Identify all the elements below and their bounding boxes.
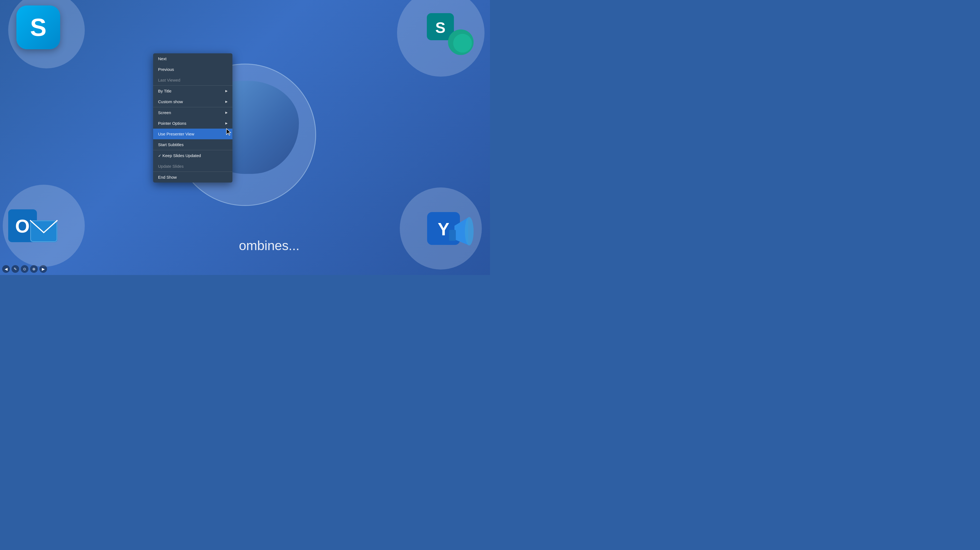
svg-text:S: S bbox=[435, 19, 445, 36]
menu-item-by-title[interactable]: By Title ▶ bbox=[153, 86, 232, 96]
slideshow-toolbar: ◀ ✎ ⊙ ⊕ ▶ bbox=[2, 265, 47, 273]
menu-section-slides-update: ✓ Keep Slides Updated Update Slides bbox=[153, 150, 232, 172]
sharepoint-app-icon: S bbox=[422, 5, 476, 60]
pointer-options-arrow: ▶ bbox=[225, 121, 228, 125]
slide-text: ombines... bbox=[239, 238, 299, 253]
menu-item-next[interactable]: Next bbox=[153, 53, 232, 64]
menu-section-end: End Show bbox=[153, 172, 232, 183]
menu-item-keep-slides-updated[interactable]: ✓ Keep Slides Updated bbox=[153, 150, 232, 161]
outlook-app-icon: O bbox=[5, 201, 60, 261]
menu-section-navigation: Next Previous Last Viewed bbox=[153, 53, 232, 86]
context-menu: Next Previous Last Viewed By Title ▶ Cus… bbox=[153, 53, 232, 183]
menu-section-view: Screen ▶ Pointer Options ▶ Use Presenter… bbox=[153, 107, 232, 150]
skype-letter: S bbox=[30, 13, 46, 41]
keep-slides-checkmark: ✓ bbox=[158, 153, 161, 158]
toolbar-next-button[interactable]: ▶ bbox=[40, 265, 47, 273]
by-title-arrow: ▶ bbox=[225, 89, 228, 93]
svg-rect-11 bbox=[449, 230, 456, 241]
yammer-app-icon: Y bbox=[425, 209, 474, 258]
menu-item-custom-show[interactable]: Custom show ▶ bbox=[153, 96, 232, 107]
svg-point-12 bbox=[465, 217, 474, 246]
svg-point-3 bbox=[453, 34, 472, 53]
skype-logo: S bbox=[16, 5, 60, 49]
toolbar-prev-button[interactable]: ◀ bbox=[2, 265, 10, 273]
menu-item-use-presenter-view[interactable]: Use Presenter View bbox=[153, 129, 232, 139]
menu-item-last-viewed: Last Viewed bbox=[153, 75, 232, 85]
screen-arrow: ▶ bbox=[225, 111, 228, 115]
toolbar-pen-button[interactable]: ✎ bbox=[11, 265, 19, 273]
sharepoint-logo: S bbox=[425, 8, 474, 57]
menu-item-start-subtitles[interactable]: Start Subtitles bbox=[153, 139, 232, 150]
menu-item-screen[interactable]: Screen ▶ bbox=[153, 107, 232, 118]
svg-text:Y: Y bbox=[438, 220, 450, 239]
menu-item-pointer-options[interactable]: Pointer Options ▶ bbox=[153, 118, 232, 129]
menu-section-slides: By Title ▶ Custom show ▶ bbox=[153, 86, 232, 107]
toolbar-thumbnails-button[interactable]: ⊙ bbox=[21, 265, 29, 273]
menu-item-update-slides: Update Slides bbox=[153, 161, 232, 172]
custom-show-arrow: ▶ bbox=[225, 100, 228, 104]
toolbar-zoom-button[interactable]: ⊕ bbox=[30, 265, 38, 273]
skype-app-icon: S bbox=[14, 3, 63, 52]
svg-text:O: O bbox=[15, 215, 30, 236]
menu-item-previous[interactable]: Previous bbox=[153, 64, 232, 75]
menu-item-end-show[interactable]: End Show bbox=[153, 172, 232, 183]
